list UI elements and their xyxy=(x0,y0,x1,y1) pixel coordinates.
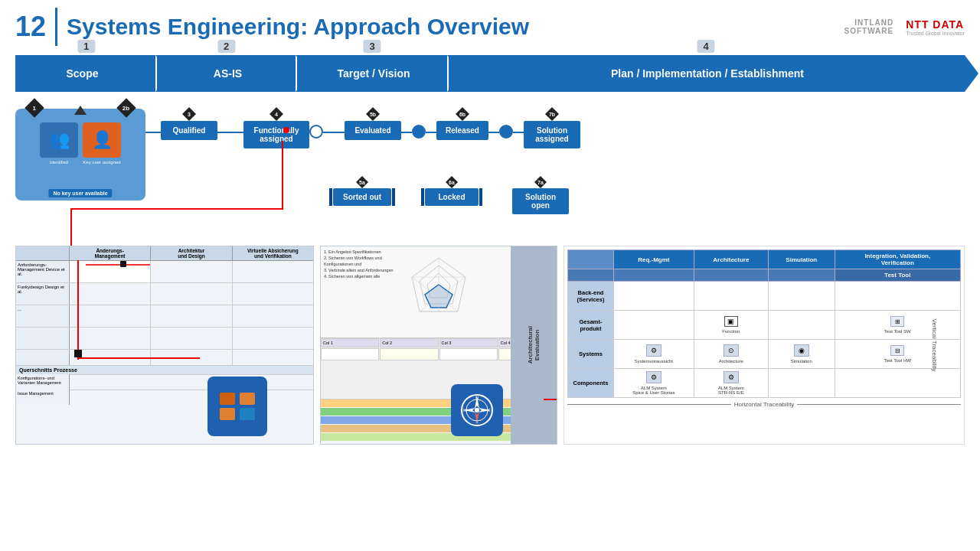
solution-assigned-box: Solutionassigned xyxy=(524,121,580,148)
phase-scope-label: Scope xyxy=(66,67,98,80)
vert-trace-label: Vertical Traceability xyxy=(931,319,938,372)
person-icon-1: 👥 xyxy=(40,122,78,158)
badge-7a: 7a xyxy=(534,176,547,188)
svg-text:W: W xyxy=(463,408,467,412)
spider-chart xyxy=(400,254,477,331)
cross-cell1 xyxy=(70,374,313,390)
svg-rect-0 xyxy=(220,393,235,405)
architecture-icon: ⊙ Architecture xyxy=(696,344,766,364)
line-fa-eval xyxy=(323,132,345,133)
row-label-components: Components xyxy=(568,369,614,398)
cell-gesamt-test: ⊞ Test Tool SW xyxy=(835,311,960,340)
grid-row-1: Anforderungs-Management Device et al. xyxy=(16,261,313,283)
cell-comp-sim xyxy=(769,369,835,398)
phase-target: 3 Target / Vision xyxy=(296,55,449,92)
col-header-intval: Integration, Validation,Verification xyxy=(835,250,960,269)
spec-line-1: 1. Ein Angebot Spezifikationen xyxy=(324,249,394,254)
line-rel-c3 xyxy=(488,132,499,133)
svg-rect-3 xyxy=(240,408,255,420)
badge-7b: 7b xyxy=(545,107,559,121)
svg-rect-1 xyxy=(240,393,255,405)
cell-backend-req xyxy=(614,282,694,311)
grid-row-4 xyxy=(16,328,313,350)
table-row-gesamt: Gesamt-produkt ▣ Function ⊞ xyxy=(568,311,961,340)
line-q-fa xyxy=(217,132,245,133)
phase-plan: 4 Plan / Implementation / Establishment xyxy=(447,55,965,92)
released-box: Released xyxy=(436,121,488,140)
grid-col3-header: Virtuelle Absicherungund Verifikation xyxy=(233,246,313,260)
row-label-systems: Systems xyxy=(568,340,614,369)
cell-systems-arch: ⊙ Architecture xyxy=(694,340,768,369)
grid-col2-header: Architekturund Design xyxy=(151,246,232,260)
badge-5a: 5a xyxy=(356,176,368,188)
row-label-backend: Back-end(Services) xyxy=(568,282,614,311)
col-subheader-sim xyxy=(769,269,835,282)
compass-icon-box: N S E W xyxy=(451,384,503,436)
badge-6b: 6b xyxy=(456,107,469,121)
svg-point-19 xyxy=(475,408,479,412)
col-subheader-arch xyxy=(694,269,768,282)
table-row-components: Components ⚙ ALM SystemSpice & User Stor… xyxy=(568,369,961,398)
col-header-req: Req.-Mgmt xyxy=(614,250,694,269)
svg-rect-2 xyxy=(220,408,235,420)
grid-cell-3-3 xyxy=(233,305,313,327)
col-subheader-empty xyxy=(568,269,614,282)
grid-col-empty xyxy=(16,246,70,260)
test-sw-icon: ⊞ Test Tool SW xyxy=(837,316,959,334)
line-scope-qualified xyxy=(145,132,162,133)
solution-open-box: Solutionopen xyxy=(512,188,569,214)
no-key-label: No key user available xyxy=(48,189,112,197)
qualified-box: Qualified xyxy=(161,121,217,140)
tc1: Col 1 xyxy=(321,338,379,347)
cell-gesamt-req xyxy=(614,311,694,340)
cell-gesamt-arch: ▣ Function xyxy=(694,311,768,340)
grid-row5-label xyxy=(16,350,70,365)
alm-spice-icon: ⚙ ALM SystemSpice & User Stories xyxy=(616,371,692,395)
cross-process-header: Querschnitts Prozesse xyxy=(16,366,313,374)
solution-assigned-node: 7b Solutionassigned xyxy=(524,121,580,148)
grid-row-3: ... xyxy=(16,305,313,328)
grid-row1-label: Anforderungs-Management Device et al. xyxy=(16,261,70,282)
table-row-backend: Back-end(Services) xyxy=(568,282,961,311)
circle-1 xyxy=(309,125,323,139)
grid-cell-2-3 xyxy=(233,283,313,305)
cell-systems-sim: ◉ Simulation xyxy=(769,340,835,369)
grid-header: Änderungs-Management Architekturund Desi… xyxy=(16,246,313,261)
grid-cell-3-2 xyxy=(151,305,232,327)
arch-eval-label: ArchitecturalEvaluation xyxy=(527,326,541,364)
process-grid: Änderungs-Management Architekturund Desi… xyxy=(16,246,313,444)
grid-row3-label: ... xyxy=(16,305,70,327)
ntt-logo: NTT DATA Trusted Global Innovator xyxy=(906,18,965,36)
identified-label: Identified xyxy=(40,160,78,165)
page-title: Systems Engineering: Approach Overview xyxy=(67,14,529,40)
slide-number: 12 xyxy=(15,11,46,43)
grid-col1-header: Änderungs-Management xyxy=(70,246,151,260)
badge-1: 1 xyxy=(24,98,44,117)
qualified-node: 3 Qualified xyxy=(161,121,217,140)
solution-open-node: 7a Solutionopen xyxy=(512,188,569,214)
up-arrow xyxy=(74,106,87,115)
red-grid-hline xyxy=(77,357,200,359)
col-subheader-req xyxy=(614,269,694,282)
phase-scope: 1 Scope xyxy=(15,55,157,92)
badge-3: 3 xyxy=(182,107,196,121)
cross-process-row1: Konfigurations- undVarianten Management xyxy=(16,374,313,390)
trace-line-right xyxy=(797,404,961,405)
grid-row-2: Funkydesign Design et al. xyxy=(16,283,313,305)
cell-comp-req: ⚙ ALM SystemSpice & User Stories xyxy=(614,369,694,398)
keyuser-label: Key user assigned xyxy=(83,160,121,165)
grid-cell-1-3 xyxy=(233,261,313,282)
svg-text:S: S xyxy=(475,419,479,424)
func-assigned-box: Functionallyassigned xyxy=(243,121,309,148)
simulation-icon: ◉ Simulation xyxy=(770,344,833,364)
arch-eval-sidebar: ArchitecturalEvaluation xyxy=(511,246,557,444)
col-header-empty xyxy=(568,250,614,269)
phase-asis-label: AS-IS xyxy=(214,67,242,80)
tool-matrix-table: Req.-Mgmt Architecture Simulation Integr… xyxy=(567,249,961,398)
red-grid-vline xyxy=(77,260,79,360)
grid-cell-3-1 xyxy=(70,305,151,327)
badge-5b: 5b xyxy=(366,107,380,121)
circle-3-filled xyxy=(499,125,513,139)
red-v-line xyxy=(282,141,283,210)
red-arrow-compass xyxy=(544,399,557,400)
